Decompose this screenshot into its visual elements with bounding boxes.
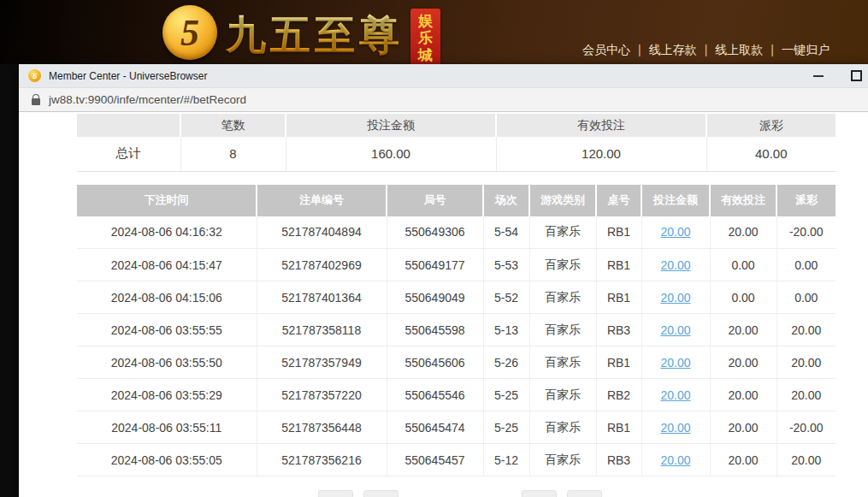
address-bar[interactable]: jw88.tv:9900/infe/mcenter/#/betRecord: [19, 88, 868, 112]
cell-session: 5-12: [483, 444, 529, 476]
bet-header-cell: 游戏类别: [529, 185, 596, 216]
browser-window: 5 Member Center - UniverseBrowser jw88.t…: [19, 64, 868, 497]
bet-amount-link[interactable]: 20.00: [660, 388, 690, 402]
bet-amount-link[interactable]: 20.00: [660, 291, 690, 305]
bet-table-row: 2024-08-06 03:55:55521787358118550645598…: [77, 314, 836, 346]
cell-time: 2024-08-06 03:55:29: [77, 379, 257, 411]
cell-payout: 20.00: [776, 444, 836, 476]
cell-round-id: 550649049: [387, 281, 483, 314]
cell-bet-id: 521787358118: [257, 314, 387, 346]
bet-table-row: 2024-08-06 04:16:32521787404894550649306…: [77, 216, 836, 249]
pagination-button[interactable]: [363, 490, 399, 497]
summary-valid-bet: 120.00: [496, 137, 706, 171]
bet-amount-link[interactable]: 20.00: [660, 225, 690, 239]
cell-valid-bet: 20.00: [710, 314, 776, 346]
bet-table-row: 2024-08-06 03:55:11521787356448550645474…: [77, 411, 836, 444]
summary-header-cell: [77, 114, 180, 137]
cell-session: 5-25: [483, 379, 529, 411]
cell-round-id: 550649306: [387, 216, 483, 249]
cell-bet-amount: 20.00: [641, 346, 710, 379]
cell-time: 2024-08-06 04:16:32: [77, 216, 257, 249]
cell-valid-bet: 20.00: [710, 346, 776, 379]
nav-separator: |: [638, 43, 641, 56]
cell-time: 2024-08-06 04:15:06: [77, 281, 257, 314]
cell-table-no: RB1: [596, 346, 641, 379]
cell-bet-amount: 20.00: [641, 216, 710, 249]
cell-session: 5-26: [483, 346, 529, 379]
cell-game: 百家乐: [529, 411, 596, 444]
pagination-button[interactable]: [522, 490, 557, 497]
maximize-button[interactable]: [851, 70, 862, 81]
cell-table-no: RB1: [596, 249, 641, 281]
cell-time: 2024-08-06 03:55:11: [77, 411, 257, 444]
cell-table-no: RB3: [596, 444, 641, 476]
brand-badge-char: 城: [418, 47, 433, 64]
cell-game: 百家乐: [529, 281, 596, 314]
cell-session: 5-25: [483, 411, 529, 444]
cell-bet-id: 521787402969: [257, 249, 387, 281]
summary-total-row: 总计 8 160.00 120.00 40.00: [77, 137, 836, 171]
bet-header-cell: 场次: [483, 185, 529, 216]
summary-header-cell: 有效投注: [496, 114, 706, 137]
cell-valid-bet: 0.00: [710, 249, 776, 281]
cell-payout: 0.00: [776, 281, 836, 314]
cell-payout: -20.00: [776, 216, 836, 249]
window-title-bar[interactable]: 5 Member Center - UniverseBrowser: [19, 64, 868, 88]
nav-link[interactable]: 会员中心: [582, 43, 630, 56]
site-logo: 5 九五至尊 娱乐城: [162, 5, 440, 65]
bet-table-row: 2024-08-06 03:55:50521787357949550645606…: [77, 346, 836, 379]
page-content: 笔数投注金额有效投注派彩 总计 8 160.00 120.00 40.00 下注…: [19, 112, 868, 497]
brand-badge-char: 乐: [418, 30, 433, 47]
cell-round-id: 550645598: [387, 314, 483, 346]
nav-link[interactable]: 一键归户: [782, 43, 830, 56]
cell-table-no: RB1: [596, 281, 641, 314]
top-nav: 会员中心|线上存款|线上取款|一键归户: [582, 43, 830, 58]
cell-valid-bet: 20.00: [710, 411, 776, 444]
cell-bet-amount: 20.00: [641, 379, 710, 411]
site-banner: 5 九五至尊 娱乐城 会员中心|线上存款|线上取款|一键归户: [0, 0, 868, 64]
nav-separator: |: [705, 43, 708, 56]
bet-amount-link[interactable]: 20.00: [660, 356, 690, 370]
cell-bet-amount: 20.00: [641, 314, 710, 346]
nav-link[interactable]: 线上存款: [649, 43, 697, 56]
cell-valid-bet: 20.00: [710, 216, 776, 249]
bet-table-row: 2024-08-06 03:55:29521787357220550645546…: [77, 379, 836, 411]
cell-game: 百家乐: [529, 346, 596, 379]
cell-table-no: RB2: [596, 379, 641, 411]
url-field[interactable]: jw88.tv:9900/infe/mcenter/#/betRecord: [49, 93, 246, 106]
bet-amount-link[interactable]: 20.00: [660, 453, 690, 467]
bet-header-cell: 注单编号: [257, 185, 387, 216]
cell-payout: 20.00: [776, 314, 836, 346]
nav-link[interactable]: 线上取款: [715, 43, 763, 56]
cell-time: 2024-08-06 03:55:50: [77, 346, 257, 379]
cell-table-no: RB1: [596, 411, 641, 444]
cell-game: 百家乐: [529, 216, 596, 249]
pagination-button[interactable]: [318, 490, 353, 497]
brand-name: 九五至尊: [226, 10, 404, 60]
nav-separator: |: [771, 43, 774, 56]
cell-game: 百家乐: [529, 249, 596, 281]
cell-round-id: 550645474: [387, 411, 483, 444]
cell-game: 百家乐: [529, 444, 596, 476]
cell-bet-id: 521787357949: [257, 346, 387, 379]
minimize-button[interactable]: [813, 75, 824, 77]
brand-badge-char: 娱: [418, 13, 433, 30]
cell-time: 2024-08-06 03:55:05: [77, 444, 257, 476]
brand-coin-icon: 5: [162, 5, 217, 60]
bet-header-cell: 桌号: [596, 185, 641, 216]
cell-round-id: 550645457: [387, 444, 483, 476]
bet-amount-link[interactable]: 20.00: [660, 258, 690, 272]
cell-time: 2024-08-06 04:15:47: [77, 249, 257, 281]
pagination-button[interactable]: [567, 490, 602, 497]
cell-game: 百家乐: [529, 314, 596, 346]
bet-table-row: 2024-08-06 04:15:06521787401364550649049…: [77, 281, 836, 314]
cell-session: 5-13: [483, 314, 529, 346]
cell-time: 2024-08-06 03:55:55: [77, 314, 257, 346]
cell-payout: -20.00: [776, 411, 836, 444]
cell-bet-id: 521787404894: [257, 216, 387, 249]
brand-badge: 娱乐城: [410, 9, 440, 69]
cell-bet-id: 521787356448: [257, 411, 387, 444]
summary-count: 8: [180, 137, 286, 171]
bet-amount-link[interactable]: 20.00: [660, 421, 690, 435]
bet-amount-link[interactable]: 20.00: [660, 323, 690, 337]
